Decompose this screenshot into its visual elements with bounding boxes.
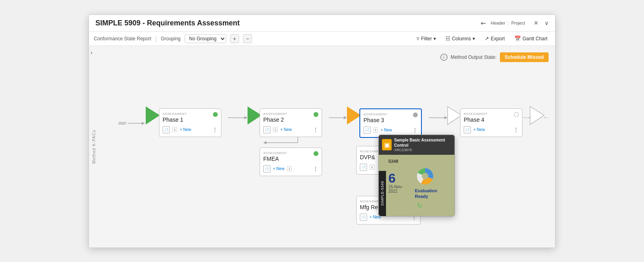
phase3-footer: 📄 1 + New ⋮ — [363, 127, 418, 134]
popup-card-title: Sample Basic Assessment Control XRC23876 — [394, 137, 451, 153]
columns-label: Columns — [452, 36, 471, 42]
popup-title-sub: XRC23876 — [394, 148, 451, 153]
canvas-area: Method K-PACs › i Method Output State: S… — [89, 46, 555, 247]
svg-marker-6 — [244, 116, 248, 119]
filter-chevron: ▾ — [433, 36, 436, 42]
fmea-node[interactable]: ASSESSMENT FMEA 📄 + New 1 ⋮ — [260, 148, 322, 176]
title-actions: ⇜ Header | Project × ∨ — [481, 19, 549, 27]
svg-marker-2 — [142, 122, 145, 125]
grouping-select[interactable]: No Grouping — [185, 34, 226, 43]
close-button[interactable]: × — [534, 19, 538, 27]
phase4-status-dot — [514, 112, 519, 117]
phase1-title: Phase 1 — [163, 116, 218, 123]
phase3-add-btn[interactable]: + New — [380, 128, 392, 132]
phase3-menu-btn[interactable]: ⋮ — [412, 127, 418, 133]
popup-pie-chart — [415, 166, 435, 186]
phase3-status-dot — [413, 112, 418, 117]
phase1-menu-btn[interactable]: ⋮ — [212, 127, 218, 133]
canvas-collapse-arrow[interactable]: › — [91, 49, 93, 56]
popup-left-col: 6 15-Nov-2022 — [388, 172, 411, 193]
report-label: Conformance State Report — [94, 36, 151, 42]
remove-icon: − — [246, 35, 249, 42]
phase2-label: ASSESSMENT — [263, 112, 318, 116]
svg-marker-11 — [263, 141, 266, 144]
project-link[interactable]: Project — [511, 21, 525, 25]
gantt-chart-button[interactable]: 📅 Gantt Chart — [512, 34, 550, 43]
popup-date: 15-Nov-2022 — [388, 185, 411, 193]
phase1-node[interactable]: ASSESSMENT Phase 1 📄 1 + New ⋮ — [159, 108, 221, 137]
phase3-node[interactable]: ASSESSMENT Phase 3 📄 1 + New ⋮ — [359, 108, 422, 138]
phase1-doc-icon: 📄 — [163, 126, 170, 133]
phase2-doc-icon: 📄 — [263, 126, 270, 133]
svg-point-31 — [422, 173, 428, 179]
phase4-add-btn[interactable]: + New — [473, 127, 485, 132]
popup-card[interactable]: ▣ Sample Basic Assessment Control XRC238… — [378, 135, 455, 216]
phase1-label: ASSESSMENT — [163, 112, 218, 116]
columns-button[interactable]: ☷ Columns ▾ — [443, 34, 478, 43]
phase4-footer: 📄 + New ⋮ — [464, 126, 519, 133]
flow-svg: start — [99, 46, 555, 247]
toolbar-right: ▿ Filter ▾ ☷ Columns ▾ ↗ Export 📅 Gantt … — [414, 34, 550, 43]
phase1-footer: 📄 1 + New ⋮ — [163, 126, 218, 133]
mfg-doc-icon: 📄 — [360, 214, 367, 221]
popup-title-main: Sample Basic Assessment Control — [394, 137, 451, 148]
phase3-doc-icon: 📄 — [363, 127, 371, 134]
phase2-title: Phase 2 — [263, 116, 318, 123]
svg-marker-26 — [530, 106, 544, 125]
main-window: SIMPLE 5909 - Requirements Assessment ⇜ … — [89, 15, 555, 248]
phase3-title: Phase 3 — [363, 117, 418, 123]
popup-id-strip: SIMPLE-5349 — [379, 171, 386, 216]
popup-id-text: SIMPLE-5349 — [380, 181, 384, 206]
phase2-num: 1 — [273, 127, 278, 132]
add-icon: + — [233, 35, 236, 42]
phase2-status-dot — [314, 112, 318, 117]
gantt-label: Gantt Chart — [522, 36, 547, 42]
dvp-num: 1 — [369, 164, 374, 170]
phase1-add-btn[interactable]: + New — [180, 127, 191, 132]
filter-button[interactable]: ▿ Filter ▾ — [414, 34, 439, 43]
popup-big-num: 6 — [388, 172, 411, 185]
phase3-label: ASSESSMENT — [363, 112, 418, 116]
toolbar: Conformance State Report | Grouping No G… — [89, 32, 555, 46]
phase2-node[interactable]: ASSESSMENT Phase 2 📄 1 + New ⋮ — [260, 108, 322, 137]
phase2-menu-btn[interactable]: ⋮ — [313, 127, 318, 133]
dvp-doc-icon: 📄 — [360, 164, 367, 171]
phase4-menu-btn[interactable]: ⋮ — [513, 127, 519, 133]
fmea-label: ASSESSMENT — [263, 151, 318, 155]
header-link[interactable]: Header — [491, 21, 505, 25]
fmea-add-btn[interactable]: + New — [273, 166, 285, 171]
popup-card-body: 5349 6 15-Nov-2022 — [379, 155, 454, 216]
phase4-doc-icon: 📄 — [464, 126, 471, 133]
columns-chevron: ▾ — [473, 36, 475, 42]
phase2-add-btn[interactable]: + New — [280, 127, 292, 132]
sidebar-label: Method K-PACs — [92, 130, 96, 164]
popup-card-icon: ▣ — [382, 139, 392, 150]
phase1-status-dot — [213, 112, 218, 117]
canvas-inner: start — [99, 46, 555, 247]
columns-icon: ☷ — [446, 35, 450, 42]
phase4-node[interactable]: ASSESSMENT Phase 4 📄 + New ⋮ — [460, 108, 522, 137]
svg-marker-23 — [444, 116, 448, 119]
phase3-num: 1 — [373, 127, 378, 133]
phase4-title: Phase 4 — [464, 116, 519, 123]
popup-middle-row: 6 15-Nov-2022 — [388, 166, 450, 200]
export-button[interactable]: ↗ Export — [482, 34, 508, 43]
popup-refresh-icon[interactable]: ↻ — [417, 202, 422, 210]
fmea-num: 1 — [287, 166, 292, 171]
add-grouping-button[interactable]: + — [230, 34, 239, 43]
remove-grouping-button[interactable]: − — [243, 34, 252, 43]
sidebar-label-wrap: Method K-PACs — [89, 46, 99, 247]
filter-label: Filter — [421, 36, 432, 42]
fmea-menu-btn[interactable]: ⋮ — [313, 166, 318, 172]
svg-text:start: start — [118, 121, 126, 125]
separator: | — [508, 21, 509, 25]
popup-footer: ↻ — [388, 202, 450, 212]
share-icon[interactable]: ⇜ — [481, 19, 486, 27]
gantt-icon: 📅 — [514, 35, 521, 42]
export-icon: ↗ — [485, 35, 489, 42]
collapse-button[interactable]: ∨ — [545, 20, 549, 26]
svg-marker-3 — [146, 106, 160, 125]
fmea-footer: 📄 + New 1 ⋮ — [263, 165, 318, 173]
phase4-label: ASSESSMENT — [464, 112, 519, 116]
phase1-num: 1 — [172, 127, 177, 132]
